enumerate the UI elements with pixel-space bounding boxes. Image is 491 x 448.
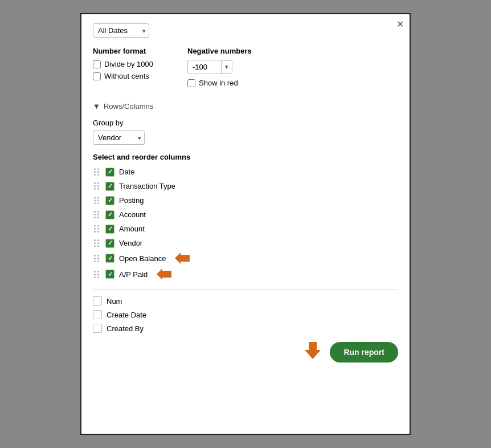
group-by-select-wrapper: Vendor Customer Account None xyxy=(93,131,145,145)
divide-by-1000-checkbox[interactable] xyxy=(93,60,101,68)
negative-numbers-title: Negative numbers xyxy=(187,47,252,55)
label-created-by: Created By xyxy=(107,324,144,333)
column-item-posting: Posting xyxy=(93,196,398,205)
negative-numbers-dropdown-arrow[interactable]: ▾ xyxy=(222,60,232,74)
run-report-arrow-indicator xyxy=(305,342,321,360)
negative-numbers-group: Negative numbers -100 (100) -100.00 ▾ Sh… xyxy=(187,47,252,91)
checkbox-created-by[interactable] xyxy=(93,324,102,333)
show-in-red-row: Show in red xyxy=(187,79,252,87)
label-num: Num xyxy=(107,297,122,306)
drag-handle-ap-paid[interactable] xyxy=(93,270,101,279)
rows-columns-section-header: ▼ Rows/Columns xyxy=(93,102,398,111)
checkbox-account[interactable] xyxy=(105,210,114,219)
checkbox-amount[interactable] xyxy=(105,225,114,234)
divide-by-1000-label: Divide by 1000 xyxy=(104,60,153,68)
drag-handle-amount[interactable] xyxy=(93,224,101,234)
without-cents-label: Without cents xyxy=(104,72,149,80)
label-open-balance: Open Balance xyxy=(119,254,166,263)
column-item-transaction-type: Transaction Type xyxy=(93,181,398,191)
checkbox-create-date[interactable] xyxy=(93,310,102,319)
group-by-row: Group by Vendor Customer Account None xyxy=(93,119,398,145)
checked-columns-list: Date Transaction Type xyxy=(93,167,398,284)
select-reorder-title: Select and reorder columns xyxy=(93,153,398,161)
label-account: Account xyxy=(119,210,146,219)
run-report-row: Run report xyxy=(93,342,398,363)
column-item-ap-paid: A/P Paid xyxy=(93,268,398,280)
label-create-date: Create Date xyxy=(107,311,146,319)
number-format-title: Number format xyxy=(93,47,153,55)
column-item-open-balance: Open Balance xyxy=(93,252,398,264)
open-balance-arrow-indicator xyxy=(175,252,192,264)
label-transaction-type: Transaction Type xyxy=(119,182,175,190)
drag-handle-posting[interactable] xyxy=(93,196,101,205)
checkbox-open-balance[interactable] xyxy=(105,254,114,263)
checkbox-date[interactable] xyxy=(105,168,114,177)
column-item-amount: Amount xyxy=(93,224,398,234)
column-item-num: Num xyxy=(93,296,398,306)
column-item-created-by: Created By xyxy=(93,324,398,333)
checkbox-posting[interactable] xyxy=(105,196,114,205)
label-amount: Amount xyxy=(119,225,145,233)
negative-dropdown-row: -100 (100) -100.00 ▾ xyxy=(187,60,252,74)
drag-handle-vendor[interactable] xyxy=(93,238,101,248)
label-posting: Posting xyxy=(119,196,144,205)
rows-columns-label: Rows/Columns xyxy=(104,102,153,111)
collapse-arrow-icon[interactable]: ▼ xyxy=(93,102,100,111)
checkbox-vendor[interactable] xyxy=(105,239,114,248)
drag-handle-open-balance[interactable] xyxy=(93,254,101,263)
label-ap-paid: A/P Paid xyxy=(119,270,148,279)
checkbox-num[interactable] xyxy=(93,296,102,306)
label-vendor: Vendor xyxy=(119,239,142,247)
show-in-red-checkbox[interactable] xyxy=(187,79,195,87)
number-format-group: Number format Divide by 1000 Without cen… xyxy=(93,47,153,91)
divide-by-1000-row: Divide by 1000 xyxy=(93,60,153,68)
show-in-red-label: Show in red xyxy=(199,79,238,87)
label-date: Date xyxy=(119,168,134,176)
report-settings-dialog: ✕ All Dates This Month Last Month This Y… xyxy=(80,13,411,435)
checkbox-ap-paid[interactable] xyxy=(105,270,114,279)
column-item-vendor: Vendor xyxy=(93,238,398,248)
group-by-select[interactable]: Vendor Customer Account None xyxy=(93,131,145,145)
column-item-account: Account xyxy=(93,210,398,219)
columns-separator xyxy=(93,289,398,290)
column-item-create-date: Create Date xyxy=(93,310,398,319)
date-row: All Dates This Month Last Month This Yea… xyxy=(93,23,398,38)
run-report-button[interactable]: Run report xyxy=(330,342,398,363)
ap-paid-arrow-indicator xyxy=(157,268,174,280)
date-select[interactable]: All Dates This Month Last Month This Yea… xyxy=(93,23,149,38)
without-cents-checkbox[interactable] xyxy=(93,72,101,80)
without-cents-row: Without cents xyxy=(93,72,153,80)
drag-handle-transaction-type[interactable] xyxy=(93,181,101,191)
checkbox-transaction-type[interactable] xyxy=(105,182,114,191)
date-select-wrapper: All Dates This Month Last Month This Yea… xyxy=(93,23,149,38)
drag-handle-date[interactable] xyxy=(93,167,101,177)
unchecked-columns-list: Num Create Date Created By xyxy=(93,296,398,337)
negative-numbers-select[interactable]: -100 (100) -100.00 xyxy=(187,60,222,74)
close-button[interactable]: ✕ xyxy=(396,19,404,30)
column-item-date: Date xyxy=(93,167,398,177)
drag-handle-account[interactable] xyxy=(93,210,101,219)
format-section: Number format Divide by 1000 Without cen… xyxy=(93,47,398,91)
group-by-label: Group by xyxy=(93,119,398,127)
